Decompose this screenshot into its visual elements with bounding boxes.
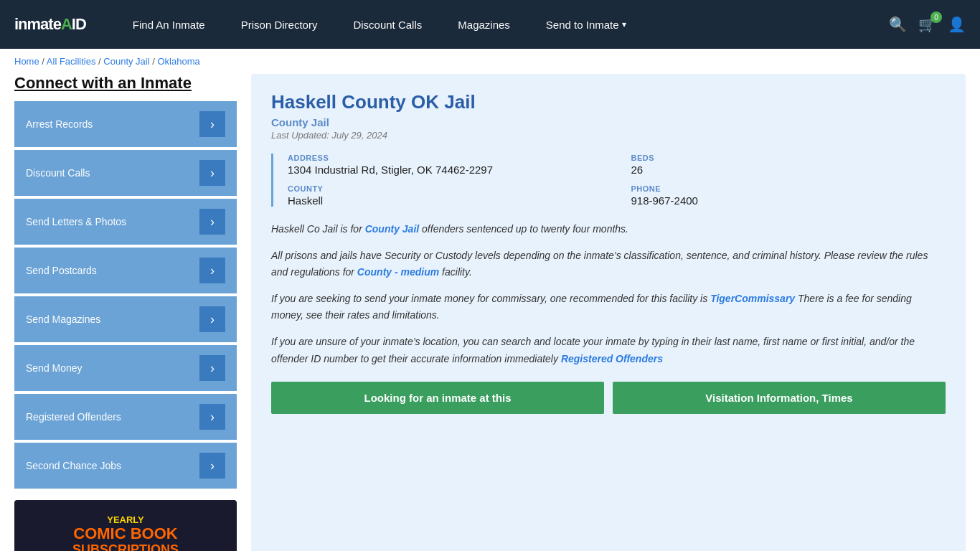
nav-send-to-inmate[interactable]: Send to Inmate▾ [528, 0, 644, 49]
sidebar-advertisement[interactable]: YEARLY COMIC BOOK SUBSCRIPTIONS STARTING… [14, 500, 237, 551]
description-para4: If you are unsure of your inmate’s locat… [271, 334, 946, 367]
beds-label: BEDS [631, 154, 946, 162]
breadcrumb-county-jail[interactable]: County Jail [103, 56, 149, 67]
county-value: Haskell [288, 194, 603, 207]
registered-offenders-link[interactable]: Registered Offenders [561, 353, 663, 364]
main-nav: inmateAID Find An Inmate Prison Director… [0, 0, 980, 49]
cart-button[interactable]: 🛒 0 [918, 16, 936, 33]
sidebar-arrest-records[interactable]: Arrest Records › [14, 101, 237, 147]
address-value: 1304 Industrial Rd, Stigler, OK 74462-22… [288, 164, 603, 176]
arrow-icon: › [199, 404, 225, 430]
facility-content: Haskell County OK Jail County Jail Last … [251, 74, 966, 551]
arrow-icon: › [199, 453, 225, 479]
nav-find-inmate[interactable]: Find An Inmate [115, 0, 223, 49]
sidebar-send-postcards[interactable]: Send Postcards › [14, 248, 237, 293]
phone-label: PHONE [631, 184, 946, 193]
beds-value: 26 [631, 164, 946, 176]
cart-badge: 0 [930, 11, 942, 23]
looking-for-inmate-button[interactable]: Looking for an inmate at this [271, 382, 604, 414]
site-logo[interactable]: inmateAID [14, 15, 86, 34]
county-jail-link1[interactable]: County Jail [365, 223, 419, 235]
arrow-icon: › [199, 258, 225, 283]
county-block: COUNTY Haskell [288, 184, 603, 207]
search-button[interactable]: 🔍 [889, 16, 907, 33]
breadcrumb-home[interactable]: Home [14, 56, 39, 67]
address-label: ADDRESS [288, 154, 603, 162]
sidebar-send-magazines[interactable]: Send Magazines › [14, 296, 237, 342]
description-para1: Haskell Co Jail is for County Jail offen… [271, 221, 946, 237]
county-medium-link[interactable]: County - medium [357, 266, 439, 278]
nav-discount-calls[interactable]: Discount Calls [335, 0, 440, 49]
sidebar-title: Connect with an Inmate [14, 74, 237, 93]
sidebar: Connect with an Inmate Arrest Records › … [14, 74, 237, 551]
arrow-icon: › [199, 209, 225, 235]
breadcrumb-all-facilities[interactable]: All Facilities [47, 56, 96, 67]
arrow-icon: › [199, 160, 225, 186]
breadcrumb-oklahoma[interactable]: Oklahoma [157, 56, 199, 67]
address-block: ADDRESS 1304 Industrial Rd, Stigler, OK … [288, 154, 603, 176]
county-label: COUNTY [288, 184, 603, 193]
nav-prison-directory[interactable]: Prison Directory [223, 0, 336, 49]
arrow-icon: › [199, 306, 225, 332]
facility-title: Haskell County OK Jail [271, 91, 946, 113]
facility-type: County Jail [271, 116, 946, 128]
sidebar-discount-calls[interactable]: Discount Calls › [14, 150, 237, 196]
account-button[interactable]: 👤 [948, 16, 966, 33]
sidebar-registered-offenders[interactable]: Registered Offenders › [14, 394, 237, 440]
beds-block: BEDS 26 [631, 154, 946, 176]
main-container: Connect with an Inmate Arrest Records › … [0, 74, 980, 551]
nav-magazines[interactable]: Magazines [440, 0, 528, 49]
sidebar-send-letters[interactable]: Send Letters & Photos › [14, 199, 237, 245]
last-updated: Last Updated: July 29, 2024 [271, 130, 946, 141]
dropdown-caret-icon: ▾ [622, 19, 626, 29]
visitation-info-button[interactable]: Visitation Information, Times [613, 382, 946, 414]
facility-info-grid: ADDRESS 1304 Industrial Rd, Stigler, OK … [271, 154, 946, 207]
phone-value: 918-967-2400 [631, 194, 946, 207]
phone-block: PHONE 918-967-2400 [631, 184, 946, 207]
sidebar-send-money[interactable]: Send Money › [14, 345, 237, 391]
arrow-icon: › [199, 111, 225, 137]
tiger-commissary-link[interactable]: TigerCommissary [710, 293, 795, 304]
nav-links: Find An Inmate Prison Directory Discount… [115, 0, 889, 49]
facility-description: Haskell Co Jail is for County Jail offen… [271, 221, 946, 367]
bottom-buttons: Looking for an inmate at this Visitation… [271, 382, 946, 414]
description-para3: If you are seeking to send your inmate m… [271, 291, 946, 324]
arrow-icon: › [199, 355, 225, 381]
sidebar-second-chance-jobs[interactable]: Second Chance Jobs › [14, 443, 237, 489]
nav-right-icons: 🔍 🛒 0 👤 [889, 16, 966, 33]
description-para2: All prisons and jails have Security or C… [271, 248, 946, 281]
breadcrumb: Home / All Facilities / County Jail / Ok… [0, 49, 980, 74]
